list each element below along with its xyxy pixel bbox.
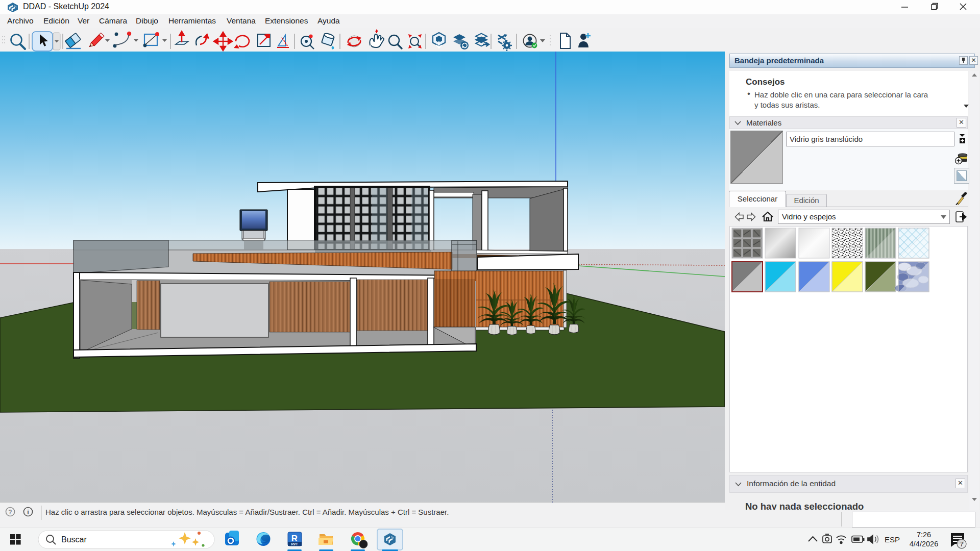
svg-text:4/4/2026: 4/4/2026 [910,540,938,548]
svg-text:7: 7 [960,540,963,548]
svg-text:7:26: 7:26 [917,531,931,539]
svg-text:ESP: ESP [885,535,900,544]
svg-text:?: ? [8,509,12,516]
svg-text:Buscar: Buscar [61,535,87,544]
svg-text:i: i [27,509,29,516]
svg-text:RVT: RVT [291,542,298,546]
